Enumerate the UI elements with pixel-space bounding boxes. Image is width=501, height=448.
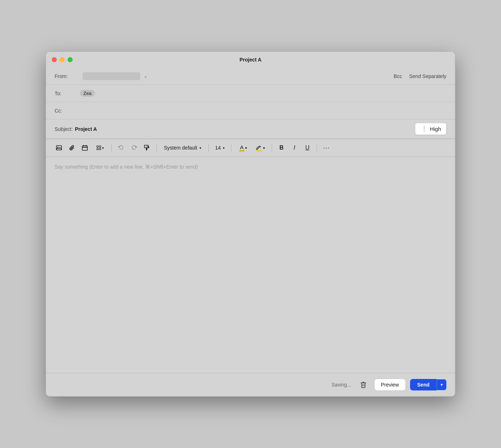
toolbar-separator-5 [272, 144, 272, 152]
window-controls [52, 57, 73, 62]
preview-button[interactable]: Preview [374, 379, 406, 391]
more-options-button[interactable]: ··· [321, 142, 332, 154]
toolbar-separator-2 [156, 144, 157, 152]
svg-rect-7 [99, 146, 101, 147]
compose-window: Project A From: ⌄ Bcc Send Separately [46, 51, 455, 397]
priority-label: High [430, 126, 441, 132]
svg-rect-8 [97, 148, 98, 150]
to-field[interactable]: Zea [80, 90, 446, 97]
italic-button[interactable]: I [289, 142, 300, 154]
compose-area: From: ⌄ Bcc Send Separately To: Zea [46, 68, 455, 396]
cc-label: Cc: [55, 108, 80, 114]
insert-image-button[interactable] [53, 142, 65, 154]
send-dropdown-button[interactable]: ▾ [437, 379, 446, 390]
from-chevron-icon: ⌄ [144, 74, 147, 79]
text-color-indicator: A [239, 145, 244, 151]
apps-button[interactable]: ▾ [92, 142, 108, 154]
highlight-color-indicator [256, 145, 262, 151]
font-family-value: System default [164, 145, 197, 151]
formatting-toolbar: ▾ [46, 139, 455, 157]
underline-button[interactable]: U [302, 142, 313, 154]
svg-rect-0 [56, 146, 61, 150]
highlight-chevron: ▾ [263, 146, 265, 150]
from-dropdown[interactable]: ⌄ [83, 72, 147, 80]
attach-file-button[interactable] [66, 142, 78, 154]
svg-rect-14 [362, 383, 365, 388]
saving-status: Saving... [331, 382, 351, 388]
subject-row: Subject: Project A ❕ High [46, 119, 455, 139]
format-painter-button[interactable] [141, 142, 153, 154]
toolbar-separator-6 [317, 144, 317, 152]
subject-value[interactable]: Project A [75, 126, 97, 132]
bold-button[interactable]: B [276, 142, 287, 154]
maximize-button[interactable] [68, 57, 73, 62]
svg-rect-2 [82, 146, 87, 151]
from-account-value [83, 72, 140, 80]
undo-button[interactable] [115, 142, 127, 154]
send-separately-button[interactable]: Send Separately [409, 73, 446, 79]
to-row: To: Zea [46, 85, 455, 102]
text-color-button[interactable]: A ▾ [235, 142, 251, 154]
discard-button[interactable] [357, 378, 370, 391]
recipient-tag[interactable]: Zea [80, 90, 95, 97]
more-options-icon: ··· [323, 144, 330, 152]
font-size-value: 14 [215, 145, 221, 151]
header-fields: From: ⌄ Bcc Send Separately To: Zea [46, 68, 455, 139]
font-family-chevron: ▾ [199, 146, 201, 150]
text-color-chevron: ▾ [245, 146, 247, 150]
subject-left: Subject: Project A [55, 126, 415, 132]
subject-label: Subject: [55, 126, 73, 132]
from-left: From: ⌄ [55, 72, 147, 80]
bottom-bar: Saving... Preview Send ▾ [46, 373, 455, 396]
minimize-button[interactable] [60, 57, 65, 62]
svg-point-1 [58, 147, 59, 148]
send-group: Send ▾ [410, 379, 446, 390]
to-label: To: [55, 91, 80, 96]
toolbar-separator-4 [231, 144, 231, 152]
font-family-dropdown[interactable]: System default ▾ [160, 143, 205, 152]
from-right: Bcc Send Separately [394, 73, 446, 79]
send-button[interactable]: Send [410, 379, 437, 390]
body-placeholder: Say something (Enter to add a new line, … [55, 164, 198, 170]
window-title: Project A [240, 57, 262, 63]
font-size-dropdown[interactable]: 14 ▾ [212, 143, 228, 152]
svg-rect-9 [99, 148, 101, 150]
priority-icon: ❕ [420, 125, 428, 132]
title-bar: Project A [46, 52, 455, 68]
from-label: From: [55, 73, 80, 79]
close-button[interactable] [52, 57, 57, 62]
compose-body[interactable]: Say something (Enter to add a new line, … [46, 157, 455, 373]
font-size-chevron: ▾ [223, 146, 225, 150]
svg-rect-6 [97, 146, 98, 147]
priority-badge[interactable]: ❕ High [415, 123, 446, 135]
insert-calendar-button[interactable] [79, 142, 91, 154]
highlight-color-button[interactable]: ▾ [252, 142, 268, 154]
redo-button[interactable] [128, 142, 140, 154]
from-row: From: ⌄ Bcc Send Separately [46, 68, 455, 85]
toolbar-separator-3 [208, 144, 209, 152]
bcc-button[interactable]: Bcc [394, 73, 402, 79]
cc-row: Cc: [46, 102, 455, 119]
toolbar-separator-1 [111, 144, 112, 152]
